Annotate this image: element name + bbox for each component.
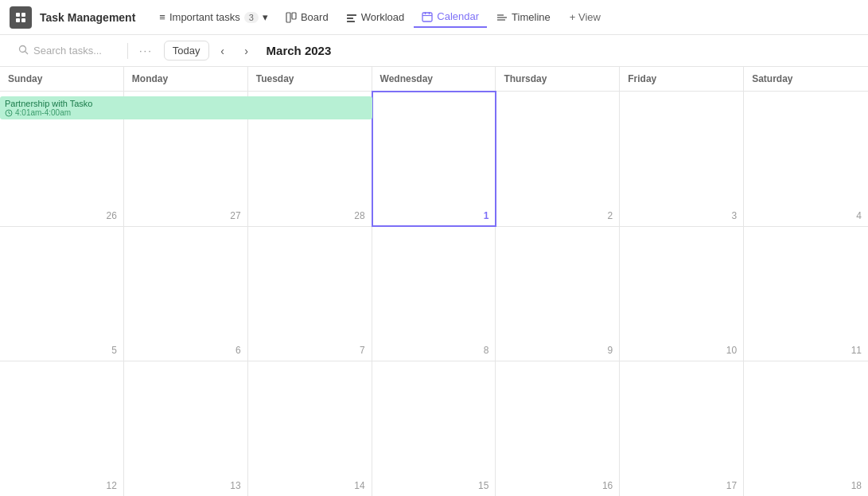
svg-rect-9 — [422, 13, 432, 21]
app-title: Task Management — [40, 11, 135, 24]
nav-item-timeline[interactable]: Timeline — [488, 7, 559, 28]
cal-cell-17[interactable]: 17 — [620, 361, 744, 496]
cal-header-thursday: Thursday — [496, 67, 620, 91]
cell-date-17: 17 — [623, 478, 740, 493]
cal-cell-18[interactable]: 18 — [744, 361, 868, 496]
cell-date-14: 14 — [251, 478, 368, 493]
cal-header-wednesday: Wednesday — [372, 67, 496, 91]
board-icon — [286, 11, 297, 24]
add-view-button[interactable]: + View — [562, 7, 609, 27]
svg-rect-7 — [347, 18, 353, 19]
cal-cell-5[interactable]: 5 — [0, 227, 124, 361]
cal-cell-14[interactable]: 14 — [248, 361, 372, 496]
cell-date-16: 16 — [499, 478, 616, 493]
cal-cell-6[interactable]: 6 — [124, 227, 248, 361]
cell-date-28: 28 — [251, 209, 368, 223]
event-partnership[interactable]: Partnership with Tasko 4:01am-4:00am — [0, 96, 372, 119]
svg-rect-0 — [16, 13, 20, 17]
cal-cell-11[interactable]: 11 — [744, 227, 868, 361]
svg-point-16 — [20, 45, 26, 52]
event-title: Partnership with Tasko — [5, 99, 368, 108]
cell-date-2: 2 — [499, 209, 616, 223]
svg-rect-8 — [347, 21, 355, 22]
list-icon: ≡ — [159, 11, 165, 23]
cal-cell-10[interactable]: 10 — [620, 227, 744, 361]
cell-date-26: 26 — [3, 209, 120, 223]
calendar-view: Sunday Monday Tuesday Wednesday Thursday… — [0, 67, 868, 496]
cal-row-3: 12 13 14 15 16 17 18 — [0, 361, 868, 496]
cal-cell-4[interactable]: 4 — [744, 92, 868, 226]
next-month-button[interactable]: › — [236, 41, 257, 61]
svg-line-17 — [25, 51, 29, 54]
cal-cell-7[interactable]: 7 — [248, 227, 372, 361]
toolbar-separator — [127, 43, 128, 59]
calendar-icon — [422, 10, 433, 23]
calendar-nav-controls: Today ‹ › — [164, 41, 257, 61]
nav-label-board: Board — [301, 11, 329, 23]
cal-header-monday: Monday — [124, 67, 248, 91]
important-tasks-badge: 3 — [244, 12, 259, 23]
cal-cell-12[interactable]: 12 — [0, 361, 124, 496]
nav-items: ≡ Important tasks 3 ▾ Board — [151, 6, 558, 29]
search-box[interactable]: Search tasks... — [10, 40, 121, 62]
nav-item-board[interactable]: Board — [278, 7, 337, 28]
nav-item-workload[interactable]: Workload — [338, 7, 413, 28]
cell-date-8: 8 — [376, 343, 492, 357]
cell-date-13: 13 — [127, 478, 244, 493]
dropdown-icon: ▾ — [263, 11, 268, 23]
cell-date-5: 5 — [3, 343, 120, 357]
svg-rect-3 — [21, 18, 25, 22]
svg-line-20 — [9, 113, 10, 114]
cal-cell-9[interactable]: 9 — [496, 227, 620, 361]
cal-header-saturday: Saturday — [744, 67, 868, 91]
cal-cell-8[interactable]: 8 — [372, 227, 496, 361]
cell-date-3: 3 — [623, 209, 740, 223]
cal-cell-3[interactable]: 3 — [620, 92, 744, 226]
svg-rect-4 — [286, 13, 290, 22]
nav-label-timeline: Timeline — [512, 11, 551, 23]
cell-date-27: 27 — [127, 209, 244, 223]
cell-date-15: 15 — [376, 478, 492, 493]
svg-rect-5 — [292, 13, 296, 19]
cell-date-11: 11 — [747, 343, 865, 357]
add-view-label: + View — [570, 11, 601, 23]
calendar-header: Sunday Monday Tuesday Wednesday Thursday… — [0, 67, 868, 92]
nav-label-important-tasks: Important tasks — [169, 11, 240, 23]
cal-row-2: 5 6 7 8 9 10 11 — [0, 227, 868, 362]
svg-rect-2 — [16, 18, 20, 22]
cal-header-friday: Friday — [620, 67, 744, 91]
cell-date-1: 1 — [376, 209, 492, 223]
cal-header-tuesday: Tuesday — [248, 67, 372, 91]
search-icon — [18, 45, 29, 57]
calendar-body: Partnership with Tasko 4:01am-4:00am 26 … — [0, 92, 868, 496]
svg-rect-1 — [21, 13, 25, 17]
today-button[interactable]: Today — [164, 41, 209, 61]
cal-cell-16[interactable]: 16 — [496, 361, 620, 496]
nav-label-workload: Workload — [361, 11, 405, 23]
cell-date-9: 9 — [499, 343, 616, 357]
cell-date-10: 10 — [623, 343, 740, 357]
cell-date-12: 12 — [3, 478, 120, 493]
cal-cell-13[interactable]: 13 — [124, 361, 248, 496]
cal-cell-2[interactable]: 2 — [496, 92, 620, 226]
month-label: March 2023 — [267, 44, 332, 57]
workload-icon — [346, 11, 357, 24]
cell-date-18: 18 — [747, 478, 865, 493]
toolbar: Search tasks... ··· Today ‹ › March 2023 — [0, 35, 868, 67]
cal-cell-15[interactable]: 15 — [372, 361, 496, 496]
svg-rect-6 — [347, 14, 356, 16]
app-icon — [10, 6, 32, 29]
top-nav: Task Management ≡ Important tasks 3 ▾ Bo… — [0, 0, 868, 35]
nav-item-calendar[interactable]: Calendar — [414, 6, 487, 29]
nav-item-important-tasks[interactable]: ≡ Important tasks 3 ▾ — [151, 7, 276, 27]
cal-row-1: Partnership with Tasko 4:01am-4:00am 26 … — [0, 92, 868, 227]
prev-month-button[interactable]: ‹ — [212, 41, 233, 61]
cell-date-6: 6 — [127, 343, 244, 357]
cell-date-4: 4 — [747, 209, 865, 223]
event-time: 4:01am-4:00am — [5, 108, 368, 117]
timeline-icon — [496, 11, 508, 24]
cell-date-7: 7 — [251, 343, 368, 357]
cal-header-sunday: Sunday — [0, 67, 124, 91]
more-options-button[interactable]: ··· — [134, 41, 158, 60]
cal-cell-1[interactable]: 1 — [372, 92, 496, 226]
